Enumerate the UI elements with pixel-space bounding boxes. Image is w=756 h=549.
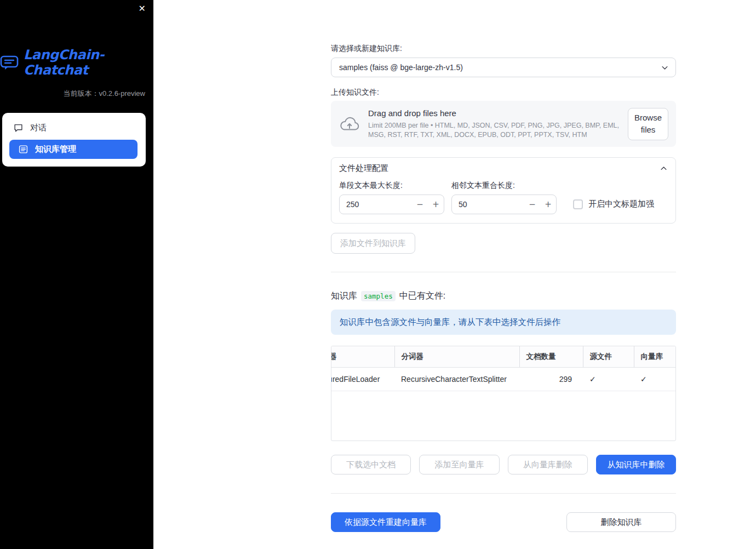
sidebar-item-chat[interactable]: 对话	[2, 118, 146, 138]
col-header-splitter[interactable]: 分词器	[394, 346, 519, 367]
dropzone-title: Drag and drop files here	[368, 108, 619, 118]
chevron-up-icon	[660, 164, 668, 173]
file-dropzone[interactable]: Drag and drop files here Limit 200MB per…	[331, 101, 676, 147]
decrement-icon[interactable]: −	[412, 199, 428, 209]
sidebar-item-knowledge-base[interactable]: 知识库管理	[9, 140, 138, 159]
table-row[interactable]: UnstructuredFileLoader RecursiveCharacte…	[331, 367, 676, 391]
expander-header[interactable]: 文件处理配置	[331, 158, 675, 179]
zh-title-enhance-checkbox[interactable]: 开启中文标题加强	[573, 199, 654, 209]
sidebar: ✕ LangChain-Chatchat 当前版本：v0.2.6-preview…	[0, 0, 153, 549]
divider	[331, 272, 676, 272]
chat-bubble-icon	[14, 123, 23, 133]
version-text: 当前版本：v0.2.6-preview	[0, 89, 153, 99]
sidebar-item-label: 知识库管理	[35, 144, 76, 155]
col-header-doc-count[interactable]: 文档数量	[519, 346, 583, 367]
download-selected-button[interactable]: 下载选中文档	[331, 455, 411, 474]
sidebar-close-icon[interactable]: ✕	[139, 4, 146, 13]
delete-from-vector-store-button[interactable]: 从向量库删除	[508, 455, 588, 474]
table-header-row: 文档加载器 分词器 文档数量 源文件 向量库	[331, 346, 676, 367]
info-banner: 知识库中包含源文件与向量库，请从下表中选择文件后操作	[331, 310, 676, 335]
upload-cloud-icon	[340, 116, 359, 131]
chunk-size-value: 250	[340, 200, 412, 209]
upload-label: 上传知识文件:	[331, 88, 676, 97]
main-area: 请选择或新建知识库: samples (faiss @ bge-large-zh…	[153, 0, 756, 549]
add-to-vector-store-button[interactable]: 添加至向量库	[419, 455, 499, 474]
add-files-to-kb-button[interactable]: 添加文件到知识库	[331, 233, 415, 254]
kb-select-value: samples (faiss @ bge-large-zh-v1.5)	[339, 63, 463, 72]
col-header-source-file[interactable]: 源文件	[583, 346, 634, 367]
checkbox-label: 开启中文标题加强	[588, 199, 654, 209]
app-logo: LangChain-Chatchat	[0, 47, 153, 78]
app-title: LangChain-Chatchat	[24, 47, 153, 78]
file-config-expander: 文件处理配置 单段文本最大长度: 250 − + 相邻文本重合长度:	[331, 157, 676, 224]
overlap-label: 相邻文本重合长度:	[451, 181, 557, 190]
cell-source-check: ✓	[583, 367, 634, 391]
kb-select[interactable]: samples (faiss @ bge-large-zh-v1.5)	[331, 58, 676, 77]
cell-splitter: RecursiveCharacterTextSplitter	[394, 367, 519, 391]
kb-action-buttons: 依据源文件重建向量库 删除知识库	[331, 512, 676, 532]
col-header-loader[interactable]: 文档加载器	[331, 346, 394, 367]
delete-from-kb-button[interactable]: 从知识库中删除	[596, 455, 676, 474]
kb-files-table[interactable]: 文档加载器 分词器 文档数量 源文件 向量库 UnstructuredFileL…	[331, 346, 676, 441]
file-action-buttons: 下载选中文档 添加至向量库 从向量库删除 从知识库中删除	[331, 455, 676, 474]
dropzone-limit-text: Limit 200MB per file • HTML, MD, JSON, C…	[368, 121, 619, 140]
rebuild-vector-store-button[interactable]: 依据源文件重建向量库	[331, 512, 440, 532]
sidebar-menu: 对话 知识库管理	[2, 113, 146, 167]
chunk-size-input[interactable]: 250 − +	[339, 195, 444, 214]
col-header-vector-store[interactable]: 向量库	[634, 346, 676, 367]
kb-select-label: 请选择或新建知识库:	[331, 44, 676, 53]
cell-vector-check: ✓	[634, 367, 676, 391]
browse-files-button[interactable]: Browse files	[628, 108, 668, 140]
overlap-value: 50	[452, 200, 524, 209]
cell-loader: UnstructuredFileLoader	[331, 367, 394, 391]
increment-icon[interactable]: +	[428, 199, 444, 209]
kb-name-code: samples	[361, 291, 396, 301]
kb-files-heading: 知识库 samples 中已有文件:	[331, 290, 676, 302]
chevron-down-icon	[661, 64, 669, 72]
chunk-size-label: 单段文本最大长度:	[339, 181, 444, 190]
list-icon	[19, 145, 28, 154]
overlap-input[interactable]: 50 − +	[451, 195, 557, 214]
increment-icon[interactable]: +	[540, 199, 556, 209]
divider	[331, 493, 676, 494]
decrement-icon[interactable]: −	[524, 199, 540, 209]
delete-kb-button[interactable]: 删除知识库	[566, 512, 676, 532]
checkbox-icon[interactable]	[573, 199, 583, 209]
expander-title: 文件处理配置	[339, 163, 388, 174]
logo-chat-icon	[0, 55, 19, 70]
cell-doc-count: 299	[519, 367, 583, 391]
sidebar-item-label: 对话	[30, 123, 47, 133]
